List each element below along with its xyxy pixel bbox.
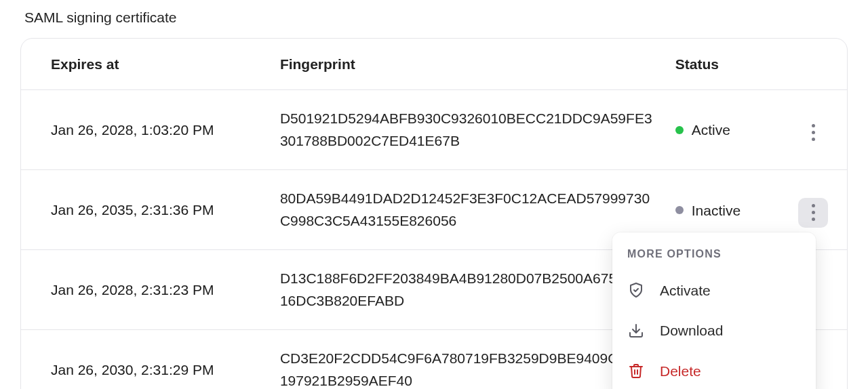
row-actions-button[interactable] xyxy=(798,118,828,148)
menu-item-download[interactable]: Download xyxy=(612,310,816,351)
status-dot-active-icon xyxy=(675,126,684,134)
expires-cell: Jan 26, 2028, 1:03:20 PM xyxy=(21,90,280,170)
menu-item-label: Delete xyxy=(660,361,701,382)
menu-item-label: Activate xyxy=(660,280,711,302)
table-header-row: Expires at Fingerprint Status xyxy=(21,39,847,90)
expires-cell: Jan 26, 2028, 2:31:23 PM xyxy=(21,250,280,330)
header-fingerprint: Fingerprint xyxy=(280,39,675,90)
header-actions xyxy=(798,39,847,90)
certificate-table-card: Expires at Fingerprint Status Jan 26, 20… xyxy=(20,38,848,390)
more-options-menu: MORE OPTIONS Activate Download Delete xyxy=(612,232,816,390)
expires-cell: Jan 26, 2030, 2:31:29 PM xyxy=(21,330,280,389)
table-row: Jan 26, 2028, 1:03:20 PMD501921D5294ABFB… xyxy=(21,90,847,170)
actions-cell xyxy=(798,90,847,170)
row-actions-button[interactable] xyxy=(798,198,828,228)
menu-header: MORE OPTIONS xyxy=(612,245,816,270)
status-badge: Active xyxy=(675,119,730,141)
trash-icon xyxy=(627,362,645,380)
expires-cell: Jan 26, 2035, 2:31:36 PM xyxy=(21,170,280,250)
download-icon xyxy=(627,322,645,340)
status-dot-inactive-icon xyxy=(675,206,684,214)
shield-icon xyxy=(627,281,645,299)
section-title: SAML signing certificate xyxy=(24,7,848,28)
status-cell: Active xyxy=(675,90,798,170)
menu-item-delete[interactable]: Delete xyxy=(612,351,816,390)
status-badge: Inactive xyxy=(675,200,741,222)
header-status: Status xyxy=(675,39,798,90)
menu-item-activate[interactable]: Activate xyxy=(612,270,816,311)
status-text: Active xyxy=(692,119,730,141)
status-text: Inactive xyxy=(692,200,741,222)
kebab-icon xyxy=(812,124,815,141)
fingerprint-cell: D501921D5294ABFB930C9326010BECC21DDC9A59… xyxy=(280,90,675,170)
kebab-icon xyxy=(812,204,815,221)
header-expires: Expires at xyxy=(21,39,280,90)
menu-item-label: Download xyxy=(660,320,723,342)
